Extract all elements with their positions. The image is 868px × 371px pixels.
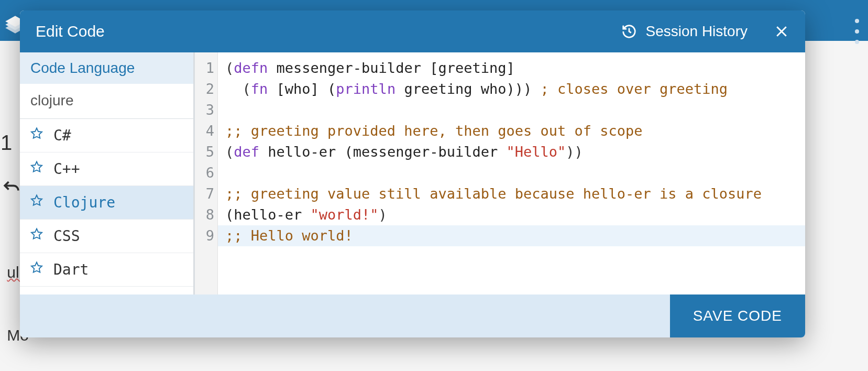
line-number: 6 <box>195 162 214 183</box>
line-number: 3 <box>195 100 214 121</box>
code-line[interactable]: (fn [who] (println greeting who))) ; clo… <box>225 79 798 100</box>
bg-page-number: .1 <box>0 131 12 155</box>
language-item-label: Clojure <box>53 194 115 211</box>
line-number: 9 <box>195 225 214 246</box>
star-outline-icon[interactable] <box>29 193 44 212</box>
code-line[interactable]: ;; greeting provided here, then goes out… <box>225 121 798 141</box>
star-outline-icon[interactable] <box>29 160 44 178</box>
line-number-gutter: 123456789 <box>195 52 218 294</box>
line-number: 8 <box>195 204 214 225</box>
line-number: 1 <box>195 58 214 79</box>
star-outline-icon[interactable] <box>29 260 44 279</box>
language-sidebar: Code Language C#C++ClojureCSSDartDiff <box>20 52 195 294</box>
code-line[interactable]: (hello-er "world!") <box>225 204 798 225</box>
star-outline-icon[interactable] <box>29 227 44 245</box>
language-item-c-[interactable]: C++ <box>20 152 193 186</box>
language-item-dart[interactable]: Dart <box>20 253 193 287</box>
line-number: 2 <box>195 79 214 100</box>
code-line[interactable]: ;; Hello world! <box>218 225 805 246</box>
language-item-label: C# <box>53 127 71 144</box>
modal-header: Edit Code Session History <box>20 10 805 52</box>
language-item-diff[interactable]: Diff <box>20 287 193 294</box>
line-number: 4 <box>195 121 214 141</box>
code-line[interactable]: (def hello-er (messenger-builder "Hello"… <box>225 141 798 162</box>
language-item-clojure[interactable]: Clojure <box>20 186 193 220</box>
kebab-menu-icon[interactable] <box>849 16 865 47</box>
line-number: 5 <box>195 141 214 162</box>
close-button[interactable] <box>774 24 789 39</box>
language-list[interactable]: C#C++ClojureCSSDartDiff <box>20 119 193 294</box>
language-item-label: CSS <box>53 227 80 245</box>
language-item-label: C++ <box>53 160 80 178</box>
close-icon <box>774 24 789 39</box>
code-line[interactable] <box>225 100 798 121</box>
language-item-c-[interactable]: C# <box>20 119 193 152</box>
code-editor[interactable]: 123456789 (defn messenger-builder [greet… <box>195 52 805 294</box>
language-search-input[interactable] <box>20 84 193 119</box>
code-area[interactable]: (defn messenger-builder [greeting] (fn [… <box>218 52 805 294</box>
modal-footer: SAVE CODE <box>20 294 805 337</box>
modal-body: Code Language C#C++ClojureCSSDartDiff 12… <box>20 52 805 294</box>
code-line[interactable]: (defn messenger-builder [greeting] <box>225 58 798 79</box>
language-item-css[interactable]: CSS <box>20 220 193 253</box>
code-line[interactable] <box>225 162 798 183</box>
modal-title: Edit Code <box>36 23 621 40</box>
code-line[interactable]: ;; greeting value still available becaus… <box>225 183 798 204</box>
line-number: 7 <box>195 183 214 204</box>
sidebar-header: Code Language <box>20 52 193 84</box>
language-item-label: Dart <box>53 261 89 278</box>
edit-code-modal: Edit Code Session History Code Language … <box>20 10 805 337</box>
session-history-button[interactable]: Session History <box>621 23 748 40</box>
save-code-button[interactable]: SAVE CODE <box>670 294 805 337</box>
star-outline-icon[interactable] <box>29 126 44 145</box>
history-icon <box>621 24 637 39</box>
session-history-label: Session History <box>645 23 748 40</box>
